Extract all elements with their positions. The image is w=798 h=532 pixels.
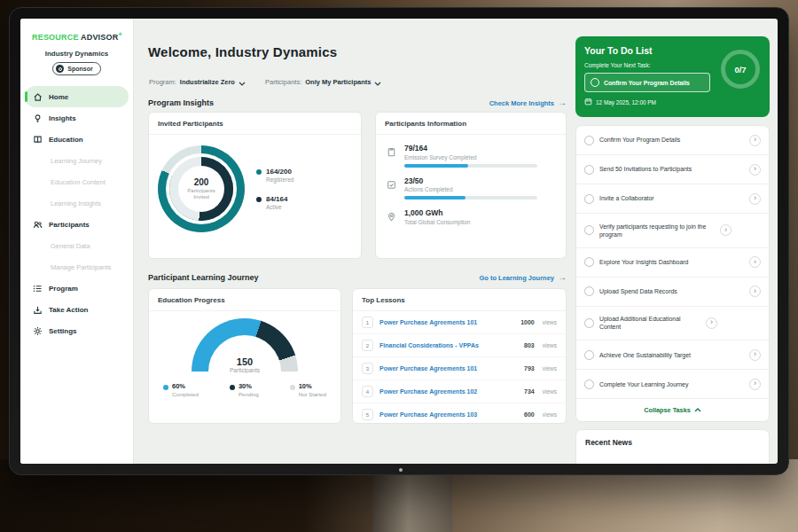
task-row[interactable]: Verify participants requesting to join t… <box>576 214 769 248</box>
lesson-link[interactable]: Financial Considerations - VPPAs <box>379 342 518 348</box>
task-row[interactable]: Invite a Collaborator › <box>576 184 769 214</box>
lightbulb-icon <box>33 113 43 123</box>
go-to-learning-journey-link[interactable]: Go to Learning Journey → <box>479 273 567 282</box>
chevron-right-icon[interactable]: › <box>720 224 732 236</box>
checkbox-icon[interactable] <box>591 78 599 87</box>
participants-select[interactable]: Participants: Only My Participants <box>265 74 381 90</box>
sidebar-item-education-content[interactable]: Education Content <box>20 171 133 192</box>
task-row[interactable]: Complete Your Learning Journey › <box>576 370 769 399</box>
check-square-icon <box>387 176 397 200</box>
lesson-link[interactable]: Power Purchase Agreements 101 <box>379 319 514 325</box>
education-progress-card: Education Progress 150 Participants 60% … <box>148 288 341 424</box>
task-row[interactable]: Explore Your Insights Dashboard › <box>576 248 769 278</box>
invited-donut-chart: 200 Participants Invited <box>158 145 245 232</box>
chevron-right-icon[interactable]: › <box>749 349 761 361</box>
power-led <box>399 468 403 472</box>
task-row[interactable]: Send 50 Invitations to Participants › <box>576 155 769 184</box>
learning-journey-header: Participant Learning Journey Go to Learn… <box>148 273 567 282</box>
recent-news-title: Recent News <box>585 438 760 447</box>
collapse-tasks-link[interactable]: Collapse Tasks <box>576 399 769 421</box>
arrow-right-icon: → <box>558 98 567 107</box>
checkbox-icon[interactable] <box>584 379 594 389</box>
legend-active: 84/164 Active <box>256 195 293 210</box>
chevron-right-icon[interactable]: › <box>706 317 717 329</box>
program-insights-header: Program Insights Check More Insights → <box>148 98 567 107</box>
learning-cards: Education Progress 150 Participants 60% … <box>148 288 567 424</box>
checkbox-icon[interactable] <box>584 350 594 360</box>
donut-center: 200 Participants Invited <box>178 166 224 212</box>
checkbox-icon[interactable] <box>584 194 594 204</box>
task-row[interactable]: Achieve One Sustainability Target › <box>576 340 769 370</box>
info-row-actions: 23/50 Actions Completed <box>387 176 555 200</box>
checkbox-icon[interactable] <box>584 136 594 145</box>
checkbox-icon[interactable] <box>584 318 594 328</box>
gear-icon <box>33 326 43 336</box>
task-row[interactable]: Upload Additional Educational Content › <box>576 307 769 341</box>
sidebar-item-general-data[interactable]: General Data <box>20 235 133 256</box>
todo-progress-ring: 0/7 <box>721 50 760 89</box>
checkbox-icon[interactable] <box>584 286 594 296</box>
sidebar-item-take-action[interactable]: Take Action <box>20 299 133 320</box>
donut-legend: 164/200 Registered 84/164 Active <box>256 168 293 210</box>
sidebar-item-insights[interactable]: Insights <box>20 107 133 129</box>
sponsor-badge[interactable]: Sponsor <box>52 62 100 75</box>
page-title: Welcome, Industry Dynamics <box>148 44 337 59</box>
chevron-right-icon[interactable]: › <box>749 193 761 205</box>
card-title: Education Progress <box>149 289 340 311</box>
sponsor-badge-label: Sponsor <box>67 66 92 72</box>
check-more-insights-link[interactable]: Check More Insights → <box>489 98 567 107</box>
section-title: Participant Learning Journey <box>148 273 259 282</box>
chevron-down-icon <box>374 74 381 90</box>
chevron-right-icon[interactable]: › <box>749 256 761 268</box>
checkbox-icon[interactable] <box>584 165 594 175</box>
insights-cards: Invited Participants 200 Participants In… <box>148 112 567 259</box>
lesson-link[interactable]: Power Purchase Agreements 103 <box>379 411 518 418</box>
logo-advisor: ADVISOR <box>81 33 118 42</box>
legend-completed: 60% Completed <box>163 382 199 397</box>
navy-dot <box>256 197 262 202</box>
program-select[interactable]: Program: Industrialize Zero <box>149 74 246 90</box>
lesson-link[interactable]: Power Purchase Agreements 102 <box>379 388 518 395</box>
location-pin-icon <box>387 208 397 225</box>
sidebar-nav: Home Insights Education Learning Journey… <box>20 86 133 341</box>
sidebar-item-education[interactable]: Education <box>20 129 133 150</box>
card-title: Top Lessons <box>353 289 566 311</box>
chevron-right-icon[interactable]: › <box>749 164 761 176</box>
filter-controls: Program: Industrialize Zero Participants… <box>149 74 381 90</box>
gray-dot <box>290 385 295 390</box>
task-row[interactable]: Upload Spend Data Records › <box>576 278 769 307</box>
lesson-row: 2 Financial Considerations - VPPAs 803 v… <box>353 334 566 357</box>
sidebar-item-participants[interactable]: Participants <box>20 214 133 235</box>
checkbox-icon[interactable] <box>584 257 594 267</box>
logo-resource: RESOURCE <box>32 33 79 42</box>
task-row[interactable]: Confirm Your Program Details › <box>576 126 769 155</box>
blue-dot <box>163 385 168 390</box>
participants-information-card: Participants Information 79/164 Emission… <box>375 112 567 259</box>
legend-not-started: 10% Not Started <box>290 382 326 397</box>
card-title: Invited Participants <box>149 113 361 135</box>
chevron-down-icon <box>239 74 246 90</box>
list-icon <box>33 284 43 293</box>
chevron-right-icon[interactable]: › <box>749 286 761 297</box>
gauge-legend: 60% Completed 30% Pending 10% Not Starte… <box>149 373 340 397</box>
chevron-right-icon[interactable]: › <box>749 135 761 146</box>
sidebar-item-settings[interactable]: Settings <box>20 320 133 341</box>
sidebar-item-learning-journey[interactable]: Learning Journey <box>20 150 133 171</box>
info-row-survey: 79/164 Emission Survey Completed <box>387 144 555 168</box>
clipboard-icon <box>387 144 397 168</box>
card-title: Participants Information <box>376 113 566 135</box>
sidebar-item-home[interactable]: Home <box>25 86 129 107</box>
chevron-right-icon[interactable]: › <box>749 379 761 390</box>
sidebar-item-program[interactable]: Program <box>20 278 133 299</box>
todo-subtitle: Complete Your Next Task: <box>584 62 761 68</box>
checkbox-icon[interactable] <box>584 225 594 235</box>
sponsor-icon <box>56 65 64 73</box>
invited-participants-card: Invited Participants 200 Participants In… <box>148 112 362 259</box>
lesson-link[interactable]: Power Purchase Agreements 101 <box>379 365 518 372</box>
sidebar-item-learning-insights[interactable]: Learning Insights <box>20 192 133 214</box>
teal-dot <box>256 169 262 175</box>
sidebar-item-manage-participants[interactable]: Manage Participants <box>20 256 133 278</box>
next-task-row[interactable]: Confirm Your Program Details <box>584 73 710 92</box>
lesson-row: 3 Power Purchase Agreements 101 793 view… <box>353 357 566 380</box>
arrow-right-icon: → <box>558 273 567 282</box>
